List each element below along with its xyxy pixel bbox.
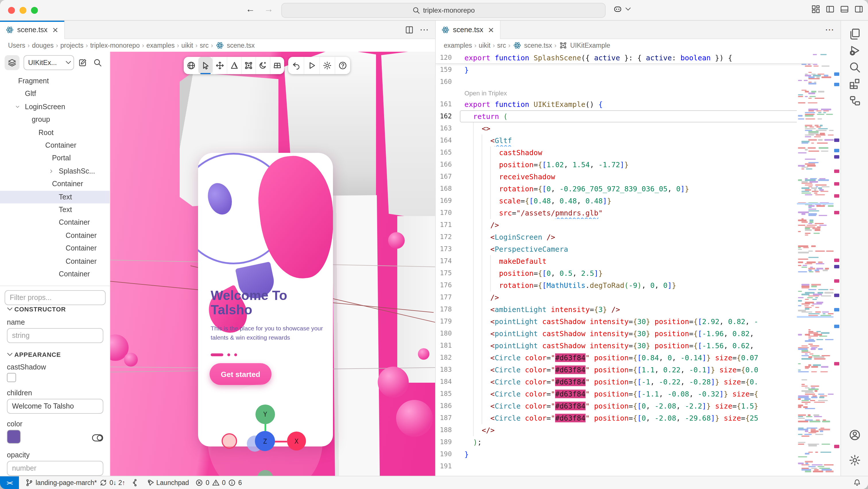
account-icon[interactable]	[848, 429, 861, 441]
more-actions-icon[interactable]: ⋯	[420, 24, 429, 35]
search-scene-icon[interactable]	[93, 58, 102, 67]
git-branch-item[interactable]: landing-page-march* 0↓ 2↑	[25, 479, 125, 487]
code-line[interactable]: 183 <Circle color="#d63f84" position={[1…	[436, 364, 813, 376]
measure-tool-button[interactable]	[227, 57, 241, 74]
code-line[interactable]: 166 position={[1.02, 1.54, -1.72]}	[436, 159, 813, 171]
castshadow-checkbox[interactable]	[7, 373, 16, 382]
code-line[interactable]: 171 />	[436, 219, 813, 231]
edit-component-icon[interactable]	[78, 58, 87, 67]
code-line[interactable]: 189 );	[436, 436, 813, 448]
filter-props-input[interactable]	[5, 290, 105, 305]
breadcrumb-item[interactable]: src	[200, 42, 209, 49]
undo-button[interactable]	[288, 57, 304, 74]
remote-indicator[interactable]: ><	[0, 476, 19, 489]
tree-item-splashsc[interactable]: SplashSc...	[0, 165, 110, 177]
gizmo-neg-x-handle[interactable]	[222, 433, 237, 449]
tree-item-group[interactable]: group	[0, 113, 110, 126]
back-button[interactable]: ←	[246, 4, 255, 15]
code-line[interactable]: 188 </>	[436, 424, 813, 436]
code-line[interactable]: 177 />	[436, 291, 813, 304]
breadcrumb-item[interactable]: uikit	[479, 42, 491, 49]
tree-item-container[interactable]: Container	[0, 139, 110, 152]
breadcrumb-item[interactable]: douges	[32, 42, 53, 49]
code-line[interactable]: 164 <Gltf	[436, 135, 813, 146]
code-line[interactable]: 181 <pointLight castShadow intensity={30…	[436, 340, 813, 352]
code-line[interactable]: 173 <PerspectiveCamera	[436, 243, 813, 255]
overview-ruler[interactable]	[834, 52, 840, 476]
tree-item-text[interactable]: Text	[0, 191, 110, 203]
code-editor[interactable]: 120export function SplashScene({ active …	[436, 52, 813, 476]
tree-item-container[interactable]: Container	[0, 229, 110, 242]
references-icon[interactable]	[848, 94, 861, 107]
code-line[interactable]: 169 scale={[0.48, 0.48, 0.48]}	[436, 195, 813, 207]
environment-tool-button[interactable]	[255, 57, 270, 74]
close-tab-icon[interactable]: ✕	[52, 26, 59, 34]
breadcrumb-item[interactable]: uikit	[181, 42, 193, 49]
code-line[interactable]: 178 <ambientLight intensity={3} />	[436, 304, 813, 315]
extensions-icon[interactable]	[848, 78, 861, 90]
color-swatch[interactable]	[7, 430, 21, 443]
code-line[interactable]: 160	[436, 76, 813, 88]
breadcrumb-item[interactable]: src	[497, 42, 506, 49]
customize-layout-icon[interactable]	[811, 5, 820, 14]
opacity-input[interactable]	[7, 461, 103, 476]
search-sidebar-icon[interactable]	[848, 61, 861, 74]
chevron-right-icon[interactable]	[48, 169, 56, 174]
select-tool-button[interactable]	[198, 57, 212, 74]
tree-item-root[interactable]: Root	[0, 126, 110, 139]
children-input[interactable]	[7, 399, 103, 414]
code-line[interactable]: 186 <Circle color="#d63f84" position={[0…	[436, 400, 813, 412]
grid-tool-button[interactable]	[270, 57, 284, 74]
tree-item-loginscreen[interactable]: LoginScreen	[0, 100, 110, 113]
problems-item[interactable]: 0 0 6	[195, 479, 242, 487]
tab-scene-tsx[interactable]: scene.tsx ✕	[0, 21, 65, 39]
play-button[interactable]	[304, 57, 319, 74]
tree-item-container[interactable]: Container	[0, 268, 110, 280]
3d-viewport[interactable]: Welcome To Talsho This is the place for …	[110, 52, 435, 476]
code-line[interactable]: 159}	[436, 64, 813, 76]
constructor-section-header[interactable]: CONSTRUCTOR	[6, 305, 66, 313]
code-line[interactable]: 191	[436, 460, 813, 472]
translate-gizmo[interactable]: Y X Z	[208, 384, 322, 476]
breadcrumb-item[interactable]: UIKitExample	[570, 42, 610, 49]
code-line[interactable]: 179 <pointLight castShadow intensity={30…	[436, 315, 813, 327]
gizmo-y-handle[interactable]: Y	[255, 405, 275, 424]
gizmo-x-handle[interactable]: X	[287, 432, 306, 451]
code-line[interactable]: 172 <LoginScreen />	[436, 231, 813, 243]
more-actions-icon[interactable]: ⋯	[825, 24, 835, 35]
gizmo-z-handle[interactable]: Z	[255, 431, 275, 451]
scene-layers-button[interactable]	[5, 55, 20, 70]
breadcrumb-item[interactable]: Users	[8, 42, 25, 49]
copilot-menu[interactable]	[613, 5, 629, 14]
code-line[interactable]: 176 rotation={[MathUtils.degToRad(-9), 0…	[436, 279, 813, 291]
code-line[interactable]: 190}	[436, 448, 813, 460]
tree-item-portal[interactable]: Portal	[0, 152, 110, 165]
code-line[interactable]: 168 rotation={[0, -0.296_705_972_839_036…	[436, 183, 813, 195]
code-line[interactable]: 163 <>	[436, 122, 813, 135]
breadcrumb-item[interactable]: triplex-monorepo	[90, 42, 140, 49]
code-line[interactable]: 161export function UIKitExample() {	[436, 98, 813, 110]
settings-button[interactable]	[319, 57, 335, 74]
breadcrumb-item[interactable]: scene.tsx	[524, 42, 552, 49]
code-line[interactable]: 175 position={[0, 0.5, 2.5]}	[436, 267, 813, 279]
toggle-sidebar-icon[interactable]	[826, 5, 835, 14]
bell-icon[interactable]	[853, 479, 861, 487]
minimap[interactable]	[797, 52, 834, 476]
tree-item-text[interactable]: Text	[0, 203, 110, 216]
code-line[interactable]: 185 <Circle color="#d63f84" position={[-…	[436, 388, 813, 400]
code-line[interactable]: 182 <Circle color="#d63f84" position={[0…	[436, 352, 813, 364]
manage-gear-icon[interactable]	[848, 454, 861, 467]
codelens-open-in-triplex[interactable]: Open in Triplex	[436, 88, 507, 98]
run-debug-icon[interactable]	[848, 44, 861, 57]
command-center-search[interactable]: triplex-monorepo	[281, 3, 606, 18]
toggle-prop-icon[interactable]	[92, 432, 103, 443]
pipeline-item[interactable]	[132, 479, 140, 487]
code-line[interactable]: 187 <Circle color="#d63f84" position={[0…	[436, 412, 813, 424]
tree-item-container[interactable]: Container	[0, 242, 110, 255]
code-line[interactable]: 180 <pointLight castShadow intensity={30…	[436, 327, 813, 340]
forward-button[interactable]: →	[264, 4, 273, 15]
code-line[interactable]: 184 <Circle color="#d63f84" position={[-…	[436, 376, 813, 388]
name-input[interactable]	[7, 328, 103, 343]
tab-scene-tsx[interactable]: scene.tsx ✕	[436, 21, 500, 39]
tree-item-container[interactable]: Container	[0, 177, 110, 190]
